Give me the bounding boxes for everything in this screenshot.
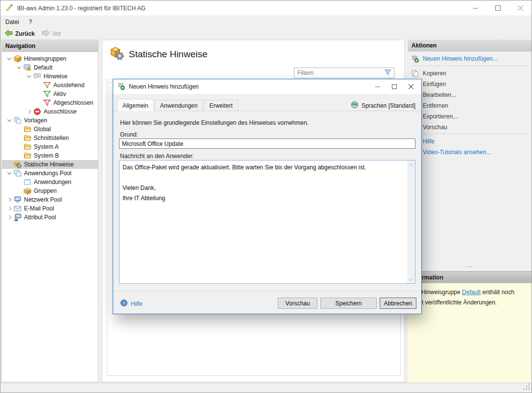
nav-item-label: Ausschlüsse xyxy=(44,107,76,116)
tab-erweitert[interactable]: Erweitert xyxy=(204,100,238,111)
chevron-right-icon[interactable] xyxy=(25,108,32,115)
action-label: Bearbeiten... xyxy=(423,92,456,98)
action-label: Exportieren... xyxy=(423,113,458,120)
monitor-warning-icon xyxy=(24,64,31,71)
nav-item-anwendungs-pool[interactable]: Anwendungs Pool xyxy=(2,169,98,178)
action-exportieren[interactable]: Exportieren... xyxy=(408,112,532,121)
nav-item-hinweisgruppen[interactable]: Hinweisgruppen xyxy=(2,54,98,63)
chevron-down-icon[interactable] xyxy=(16,64,23,71)
tab-anwendungen[interactable]: Anwendungen xyxy=(155,100,203,111)
menu-help[interactable]: ? xyxy=(24,18,37,26)
languages-selector[interactable]: Sprachen [Standard] xyxy=(351,101,415,110)
nav-item-label: Aktiv xyxy=(53,90,66,98)
chevron-down-icon[interactable] xyxy=(6,55,13,62)
funnel-red-icon xyxy=(43,99,51,107)
nav-item-label: Anwendungen xyxy=(34,178,72,186)
app-window: IBI-aws Admin 1.23.0 - registriert für I… xyxy=(0,0,532,393)
action-vorschau[interactable]: Vorschau xyxy=(408,122,532,132)
action-entfernen[interactable]: Entfernen xyxy=(408,101,532,111)
chevron-right-icon[interactable] xyxy=(6,196,13,203)
filter-input[interactable] xyxy=(294,69,384,76)
nav-item-label: Statische Hinweise xyxy=(24,160,73,169)
nav-item-system-b[interactable]: System B xyxy=(2,151,98,160)
maximize-icon[interactable] xyxy=(386,79,403,94)
package-icon xyxy=(14,55,22,63)
dialog-help-label: Hilfe xyxy=(131,301,143,307)
nav-item-ausstehend[interactable]: Ausstehend xyxy=(2,81,98,90)
splitter-grip[interactable] xyxy=(466,266,472,267)
nav-item-abgeschlossen[interactable]: Abgeschlossen xyxy=(2,98,98,107)
action-label: Hilfe xyxy=(423,138,435,145)
message-textarea[interactable]: Das Office-Paket wird gerade aktualisier… xyxy=(119,160,415,284)
action-hilfe[interactable]: ? Hilfe xyxy=(408,137,532,146)
maximize-icon[interactable] xyxy=(486,0,509,16)
back-button[interactable]: Zurück xyxy=(4,29,35,38)
action-label: Vorschau xyxy=(423,124,447,131)
mail-icon xyxy=(14,205,22,212)
menu-datei[interactable]: Datei xyxy=(0,18,24,26)
chevron-right-icon[interactable] xyxy=(6,214,13,221)
user-monitor-icon xyxy=(14,213,22,221)
chevron-spacer xyxy=(16,135,23,141)
nav-item-aktiv[interactable]: Aktiv xyxy=(2,90,98,98)
nav-item-anwendungen[interactable]: Anwendungen xyxy=(2,178,98,186)
action-video-tutorials[interactable]: Video-Tutorials ansehen... xyxy=(408,147,532,157)
dialog-tabs: Allgemein Anwendungen Erweitert xyxy=(117,99,239,111)
back-label: Zurück xyxy=(15,30,35,37)
nav-item-schnittstellen[interactable]: Schnittstellen xyxy=(2,134,98,142)
exclusion-icon xyxy=(33,108,41,116)
abbrechen-button[interactable]: Abbrechen xyxy=(380,298,416,309)
templates-icon xyxy=(14,116,22,124)
nav-item-ausschluesse[interactable]: Ausschlüsse xyxy=(2,107,98,116)
nav-item-vorlagen[interactable]: Vorlagen xyxy=(2,116,98,125)
back-icon xyxy=(4,29,13,38)
nav-item-hinweise[interactable]: Hinweise xyxy=(2,72,98,81)
grund-label: Grund: xyxy=(120,131,138,138)
actions-panel: Aktionen Neuen Hinweis hinzufügen... Kop… xyxy=(408,40,532,382)
add-note-icon xyxy=(411,55,419,63)
chevron-spacer xyxy=(16,126,23,133)
minimize-icon[interactable] xyxy=(464,0,486,16)
nav-item-attribut-pool[interactable]: Attribut Pool xyxy=(2,213,98,222)
resize-grip-icon[interactable] xyxy=(524,384,530,392)
chevron-right-icon[interactable] xyxy=(6,205,13,212)
message-text[interactable]: Das Office-Paket wird gerade aktualisier… xyxy=(120,161,407,283)
grund-input[interactable] xyxy=(119,139,415,149)
message-scrollbar[interactable] xyxy=(407,161,415,283)
chevron-down-icon[interactable] xyxy=(6,117,13,124)
chevron-down-icon[interactable] xyxy=(6,170,13,177)
chevron-spacer xyxy=(16,187,23,194)
nav-item-label: System A xyxy=(34,142,59,151)
vorschau-button[interactable]: Vorschau xyxy=(278,298,317,309)
nav-item-default[interactable]: Default xyxy=(2,63,98,72)
speichern-button[interactable]: Speichern xyxy=(320,298,377,309)
nav-item-statische-hinweise[interactable]: Statische Hinweise xyxy=(2,160,98,169)
scroll-up-icon[interactable] xyxy=(407,161,415,169)
scroll-down-icon[interactable] xyxy=(407,275,415,283)
action-bearbeiten[interactable]: Bearbeiten... xyxy=(408,90,532,100)
dialog-help-link[interactable]: ? Hilfe xyxy=(120,299,143,308)
nav-item-netzwerk-pool[interactable]: Netzwerk Pool xyxy=(2,195,98,204)
close-icon[interactable] xyxy=(509,0,532,16)
nav-item-global[interactable]: Global xyxy=(2,125,98,134)
action-kopieren[interactable]: Kopieren xyxy=(408,69,532,78)
filter-icon[interactable] xyxy=(384,69,391,77)
information-panel: Die Hinweisgruppe Default enthält noch n… xyxy=(408,283,532,382)
nav-item-system-a[interactable]: System A xyxy=(2,142,98,151)
nav-item-label: Ausstehend xyxy=(53,81,84,90)
nav-item-gruppen[interactable]: Gruppen xyxy=(2,186,98,195)
chevron-spacer xyxy=(16,179,23,185)
nav-item-label: Hinweisgruppen xyxy=(24,54,66,63)
forward-button[interactable]: Vor xyxy=(42,29,61,38)
nav-item-label: System B xyxy=(34,151,59,160)
nav-item-email-pool[interactable]: E-Mail Pool xyxy=(2,204,98,213)
chevron-down-icon[interactable] xyxy=(25,73,32,80)
nav-item-label: Schnittstellen xyxy=(34,134,69,142)
action-einfuegen[interactable]: Einfügen xyxy=(408,79,532,89)
action-add-hint[interactable]: Neuen Hinweis hinzufügen... xyxy=(408,54,532,64)
tab-allgemein[interactable]: Allgemein xyxy=(117,99,154,111)
minimize-icon[interactable] xyxy=(369,79,386,94)
default-group-link[interactable]: Default xyxy=(462,289,481,296)
copy-icon xyxy=(411,69,419,77)
close-icon[interactable] xyxy=(403,79,419,94)
